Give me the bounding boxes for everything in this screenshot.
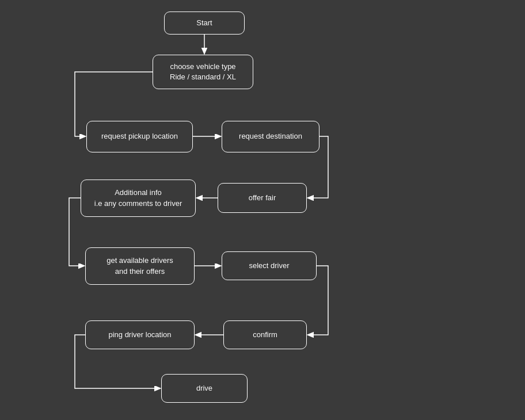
confirm-node: confirm xyxy=(223,320,307,349)
additional-info-node: Additional infoi.e any comments to drive… xyxy=(81,180,196,217)
destination-node: request destination xyxy=(222,121,319,152)
additional-info-label: Additional infoi.e any comments to drive… xyxy=(94,188,182,208)
start-node: Start xyxy=(164,12,245,35)
vehicle-type-node: choose vehicle typeRide / standard / XL xyxy=(153,55,253,89)
flowchart-diagram: Start choose vehicle typeRide / standard… xyxy=(0,0,525,420)
get-drivers-label: get available driversand their offers xyxy=(106,255,173,276)
drive-node: drive xyxy=(161,374,248,403)
ping-node: ping driver location xyxy=(85,320,195,349)
select-driver-node: select driver xyxy=(222,251,317,280)
pickup-node: request pickup location xyxy=(86,121,193,152)
get-drivers-node: get available driversand their offers xyxy=(85,247,195,285)
vehicle-type-label: choose vehicle typeRide / standard / XL xyxy=(170,62,236,82)
offer-fair-node: offer fair xyxy=(218,183,307,213)
